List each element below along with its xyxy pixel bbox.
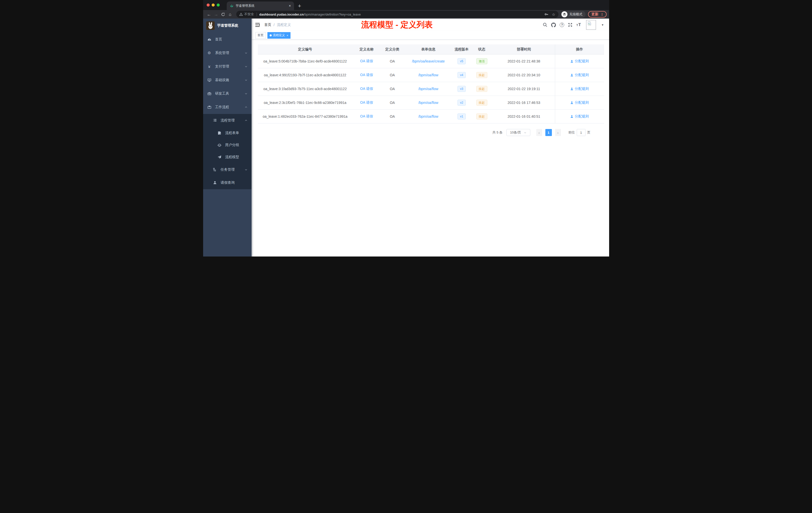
- chevron-up-icon: [244, 119, 248, 122]
- breadcrumb-home[interactable]: 首页: [264, 23, 271, 27]
- sidebar-item-workflow[interactable]: 工作流程: [203, 100, 252, 114]
- help-icon[interactable]: ?: [560, 23, 564, 27]
- bookmark-star-icon[interactable]: ☆: [552, 12, 555, 16]
- version-badge: v2: [458, 100, 466, 105]
- definition-category: OA: [381, 55, 404, 68]
- new-tab-button[interactable]: +: [298, 3, 301, 9]
- sidebar-item-user-group[interactable]: 用户分组: [203, 139, 252, 151]
- tag-process-definition[interactable]: 流程定义 ×: [267, 32, 290, 39]
- security-label[interactable]: 不安全: [244, 12, 254, 17]
- definition-name-link[interactable]: OA 请假: [360, 100, 373, 105]
- password-key-icon[interactable]: [544, 12, 548, 16]
- table-row: oa_leave:4:991f2193-7b7f-11ec-a3c8-acde4…: [258, 68, 604, 82]
- chevron-down-icon: [244, 168, 248, 171]
- form-info-link[interactable]: /bpm/oa/flow: [418, 101, 438, 105]
- font-size-icon[interactable]: TT: [576, 22, 581, 27]
- browser-menu-icon[interactable]: ⋮: [601, 12, 604, 16]
- update-label: 更新: [591, 12, 599, 17]
- sidebar-item-process-management[interactable]: 流程管理: [203, 114, 252, 127]
- sidebar-item-leave-query[interactable]: 请假查询: [203, 176, 252, 189]
- status-badge: 挂起: [476, 86, 487, 92]
- definition-category: OA: [381, 96, 404, 110]
- back-icon[interactable]: ←: [206, 12, 213, 17]
- sidebar-item-process-form[interactable]: 流程表单: [203, 127, 252, 139]
- assign-rule-link[interactable]: 分配规则: [570, 100, 589, 105]
- home-icon[interactable]: ⌂: [227, 12, 234, 17]
- definition-name-link[interactable]: OA 请假: [360, 59, 373, 63]
- table-row: oa_leave:5:004b710b-7b8a-11ec-8ef0-acde4…: [258, 55, 604, 68]
- url-text[interactable]: dashboard.yudao.iocoder.cn/bpm/manager/d…: [259, 12, 361, 16]
- search-icon[interactable]: [543, 23, 547, 27]
- tag-close-icon[interactable]: ×: [287, 34, 288, 37]
- tag-home[interactable]: 首页: [255, 32, 266, 39]
- definition-id: oa_leave:4:991f2193-7b7f-11ec-a3c8-acde4…: [258, 68, 352, 82]
- maximize-window-button[interactable]: [217, 3, 220, 6]
- sidebar-item-infra[interactable]: 基础设施: [203, 73, 252, 87]
- form-info-link[interactable]: /bpm/oa/flow: [418, 73, 438, 77]
- assign-rule-link[interactable]: 分配规则: [570, 87, 589, 91]
- chevron-down-icon: [244, 92, 248, 95]
- version-badge: v5: [458, 58, 466, 64]
- form-info-link[interactable]: /bpm/oa/flow: [418, 115, 438, 118]
- chevron-down-icon: [244, 52, 248, 55]
- definition-category: OA: [381, 110, 404, 123]
- chevron-up-icon: [244, 105, 248, 109]
- document-edit-icon: [217, 131, 222, 135]
- deploy-time: 2022-01-16 17:46:53: [493, 96, 555, 110]
- url-domain: dashboard.yudao.iocoder.cn: [259, 12, 304, 16]
- sidebar-logo[interactable]: 芋道管理系统: [203, 19, 252, 33]
- sidebar-item-home[interactable]: 首页: [203, 33, 252, 46]
- prev-page-button[interactable]: ‹: [536, 129, 542, 136]
- avatar-broken-image[interactable]: [586, 20, 596, 30]
- chevron-down-icon: [244, 79, 248, 82]
- browser-window: 芋道管理系统 × + ← → ⌂ 不安全 dashboard.yudao.ioc…: [203, 0, 609, 256]
- fullscreen-icon[interactable]: [568, 23, 573, 27]
- yen-icon: ¥: [207, 64, 212, 69]
- next-page-button[interactable]: ›: [555, 129, 561, 136]
- version-badge: v1: [458, 114, 466, 119]
- active-dot: [270, 34, 272, 36]
- forward-icon[interactable]: →: [213, 12, 220, 17]
- minimize-window-button[interactable]: [212, 3, 215, 6]
- window-controls: [203, 1, 223, 9]
- incognito-icon: [561, 11, 568, 17]
- sidebar-item-system[interactable]: ⚙ 系统管理: [203, 46, 252, 60]
- version-badge: v4: [458, 72, 466, 78]
- browser-tab[interactable]: 芋道管理系统 ×: [227, 1, 294, 10]
- assign-rule-link[interactable]: 分配规则: [570, 114, 589, 119]
- definition-name-link[interactable]: OA 请假: [360, 114, 373, 119]
- breadcrumb: 首页 / 流程定义: [264, 23, 291, 27]
- update-button[interactable]: 更新 ⋮: [588, 11, 607, 18]
- hamburger-icon[interactable]: [255, 23, 260, 27]
- address-bar[interactable]: 不安全 dashboard.yudao.iocoder.cn/bpm/manag…: [236, 11, 558, 18]
- definition-name-link[interactable]: OA 请假: [360, 87, 373, 91]
- github-icon[interactable]: [551, 23, 556, 27]
- close-window-button[interactable]: [207, 3, 210, 6]
- page-number-active[interactable]: 1: [545, 129, 552, 136]
- breadcrumb-separator: /: [274, 23, 275, 27]
- app-root: 芋道管理系统 首页 ⚙ 系统管理 ¥ 支付管理: [203, 19, 609, 256]
- sidebar-item-devtools[interactable]: 研发工具: [203, 87, 252, 100]
- form-info-link[interactable]: /bpm/oa/leave/create: [412, 59, 445, 63]
- definition-name-link[interactable]: OA 请假: [360, 73, 373, 77]
- sidebar-item-process-model[interactable]: 流程模型: [203, 151, 252, 163]
- select-chevron-icon: [524, 131, 526, 134]
- user-icon: [213, 181, 217, 185]
- status-badge: 挂起: [476, 72, 487, 78]
- reload-icon[interactable]: [220, 12, 227, 17]
- assign-rule-link[interactable]: 分配规则: [570, 73, 589, 77]
- page-size-select[interactable]: 10条/页: [506, 129, 530, 136]
- avatar-dropdown-caret-icon[interactable]: ▼: [601, 23, 604, 26]
- assign-rule-link[interactable]: 分配规则: [570, 59, 589, 63]
- monitor-icon: [207, 78, 212, 82]
- tab-close-icon[interactable]: ×: [289, 4, 291, 8]
- browser-toolbar: ← → ⌂ 不安全 dashboard.yudao.iocoder.cn/bpm…: [203, 10, 609, 19]
- form-info-link[interactable]: /bpm/oa/flow: [418, 87, 438, 91]
- definition-category: OA: [381, 82, 404, 96]
- sidebar-item-payment[interactable]: ¥ 支付管理: [203, 60, 252, 73]
- goto-page-input[interactable]: [577, 129, 585, 136]
- tab-title: 芋道管理系统: [236, 4, 287, 8]
- status-badge: 激活: [476, 58, 487, 64]
- page-content: 定义编号 定义名称 定义分类 表单信息 流程版本 状态 部署时间 操作 oa_l…: [252, 40, 609, 256]
- sidebar-item-task-management[interactable]: 任务管理: [203, 163, 252, 176]
